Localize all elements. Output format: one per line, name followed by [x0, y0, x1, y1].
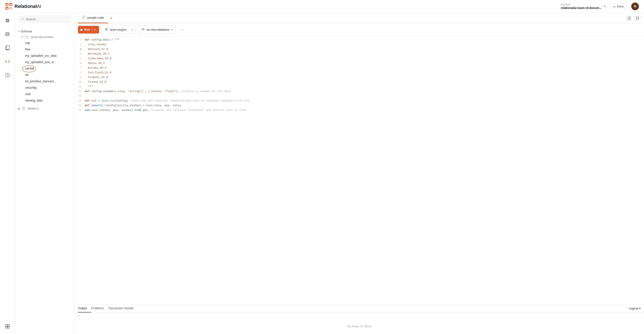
code-line-6: 6 Davis,19.2: [74, 61, 644, 66]
search-box[interactable]: [18, 15, 71, 23]
schema-header[interactable]: ▾ Schema: [15, 28, 74, 34]
output-area: Output Problems Transaction Details Logi…: [74, 304, 644, 334]
code-line-15: 15 def insert[:rainfall](city,inches) = …: [74, 103, 644, 108]
svg-rect-21: [6, 324, 7, 326]
base-relations-text: BASE RELATIONS: [31, 36, 54, 38]
code-line-10: 10 Fresno,11.0: [74, 80, 644, 85]
schema-chevron-icon: ▾: [18, 30, 20, 33]
logo-light: AI: [37, 4, 41, 9]
toolbar: ▶ Run ▾ team-engine ▾ as-new-data: [74, 24, 644, 36]
code-line-4: 4 Berkeley,26.1: [74, 52, 644, 57]
sidebar-item-sold[interactable]: sold: [15, 91, 74, 97]
base-relations-header[interactable]: ▾ BASE RELATIONS: [15, 34, 74, 40]
code-line-8: 8 Fairfield,24.4: [74, 71, 644, 75]
no-rows-message: No Rows To Show: [74, 319, 644, 334]
tabs-bar: sample-code +: [74, 13, 644, 24]
left-nav: [0, 13, 15, 334]
nav-clock-icon[interactable]: [3, 71, 12, 79]
engine-select[interactable]: team-engine ▾: [102, 26, 136, 34]
account-label: Account: [561, 3, 602, 6]
split-vertical-button[interactable]: [626, 16, 632, 21]
sidebar-item-my-uploaded-csv[interactable]: my_uploaded_csv_data: [15, 53, 74, 59]
tabs: sample-code +: [78, 13, 114, 23]
svg-point-17: [6, 32, 9, 34]
base-relations-chevron-icon: ▾: [22, 36, 23, 38]
run-divider: [92, 28, 92, 32]
schema-section: ▾ Schema ▾ BASE RELATIONS cap free my_up…: [15, 26, 74, 334]
nav-database-icon[interactable]: [3, 30, 12, 38]
output-tab-transaction[interactable]: Transaction Details: [108, 304, 138, 312]
tab-label: sample-code: [87, 16, 104, 20]
run-label: Run: [84, 28, 90, 31]
code-line-5: 5 Clearlake,29.9: [74, 57, 644, 61]
nav-shortcut-icon[interactable]: [3, 322, 12, 330]
hash-column-header: #: [78, 314, 80, 317]
sidebar-item-rainfall[interactable]: rainfall: [15, 65, 74, 72]
sidebar-item-my-uploaded-json[interactable]: my_uploaded_json_d...: [15, 59, 74, 65]
run-play-icon: ▶: [80, 28, 83, 31]
sidebar-item-viewing-data[interactable]: viewing_data: [15, 97, 74, 104]
docs-label: Docs: [617, 5, 624, 8]
run-button[interactable]: ▶ Run ▾: [78, 26, 99, 34]
models-header[interactable]: ▶ MODELS: [15, 105, 74, 112]
database-name: as-new-database: [146, 28, 169, 31]
avatar[interactable]: H: [631, 3, 639, 10]
tab-actions: [626, 16, 640, 21]
svg-rect-23: [6, 326, 7, 328]
nav-code-icon[interactable]: [3, 57, 12, 66]
code-line-7: 7 Eureka,40.4: [74, 66, 644, 71]
models-icon: [22, 107, 25, 110]
code-editor[interactable]: 1 def config:data = """ 2 city,inches 3 …: [74, 36, 644, 304]
account-name: relationalai-team-rd-docum...: [561, 6, 602, 10]
run-caret-icon: ▾: [94, 28, 96, 31]
app: RelationalAI Account relationalai-team-r…: [0, 0, 644, 334]
split-horizontal-button[interactable]: [634, 16, 640, 21]
svg-rect-12: [6, 19, 9, 22]
logo-icon: [5, 3, 13, 10]
search-input[interactable]: [26, 18, 68, 21]
engine-name: team-engine: [110, 28, 130, 31]
output-header-row: #: [74, 313, 644, 319]
nav-pages-icon[interactable]: [3, 44, 12, 52]
account-info-text: Account relationalai-team-rd-docum...: [561, 3, 602, 10]
account-chevron-icon: ▾: [604, 5, 606, 8]
content-area: sample-code + ▶ Run: [74, 13, 644, 334]
sidebar-item-rel[interactable]: rel: [15, 72, 74, 78]
tab-sample-code[interactable]: sample-code: [78, 13, 108, 23]
add-tab-button[interactable]: +: [108, 13, 114, 23]
tab-file-icon: [82, 16, 85, 20]
base-relations-label: [25, 36, 30, 38]
account-info[interactable]: Account relationalai-team-rd-docum... ▾: [561, 3, 606, 10]
database-select[interactable]: as-new-database ▾: [138, 26, 176, 34]
svg-rect-27: [25, 36, 28, 38]
sidebar-item-rel-primitive[interactable]: rel_primitive_transact...: [15, 78, 74, 84]
output-tabs: Output Problems Transaction Details Logi…: [74, 304, 644, 313]
code-line-12: 12 def config:schema=(:city, "string") ;…: [74, 89, 644, 94]
models-label: MODELS: [28, 107, 38, 110]
topbar: RelationalAI Account relationalai-team-r…: [0, 0, 644, 13]
sidebar-item-cap[interactable]: cap: [15, 40, 74, 46]
code-line-2: 2 city,inches: [74, 43, 644, 47]
database-chevron-icon: ▾: [171, 28, 172, 31]
svg-rect-19: [6, 46, 9, 50]
sidebar-item-relconfig[interactable]: relconfig: [15, 84, 74, 91]
svg-point-42: [142, 28, 144, 29]
sidebar-item-free[interactable]: free: [15, 46, 74, 53]
code-line-16: 16 and csv(:inches, pos, inches) from po…: [74, 108, 644, 113]
models-chevron-icon: ▶: [18, 107, 20, 110]
main-area: ▾ Schema ▾ BASE RELATIONS cap free my_up…: [0, 13, 644, 334]
nav-chip-icon[interactable]: [3, 16, 12, 25]
output-tab-problems[interactable]: Problems: [91, 304, 108, 312]
logo-wordmark: RelationalAI: [14, 4, 41, 9]
logo: RelationalAI: [5, 3, 41, 10]
sidebar-search-area: [15, 13, 74, 26]
code-line-11: 11 """: [74, 85, 644, 89]
code-line-13: 13: [74, 94, 644, 99]
output-tab-output[interactable]: Output: [78, 304, 91, 312]
svg-rect-24: [8, 326, 9, 328]
logical-dropdown[interactable]: Logical ▾: [629, 304, 640, 312]
docs-button[interactable]: ▭ Docs: [610, 3, 627, 10]
more-options-button[interactable]: ···: [178, 27, 186, 33]
sidebar: ▾ Schema ▾ BASE RELATIONS cap free my_up…: [15, 13, 74, 334]
svg-rect-22: [8, 324, 9, 326]
